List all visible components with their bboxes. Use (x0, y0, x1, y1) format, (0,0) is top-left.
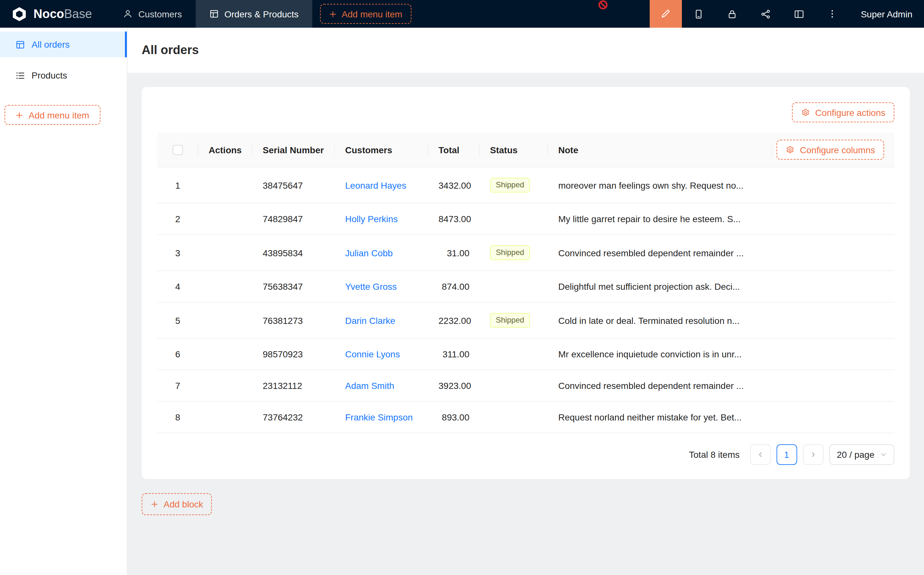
table-row[interactable]: 8 73764232 Frankie Simpson 893.00 Reques… (157, 402, 894, 433)
table-row[interactable]: 7 23132112 Adam Smith 3923.00 Convinced … (157, 370, 894, 402)
ui-editor-button[interactable] (650, 0, 682, 28)
note-cell: Convinced resembled dependent remainder … (548, 370, 772, 402)
configure-actions-label: Configure actions (815, 107, 885, 118)
column-header-total: Total (428, 133, 480, 167)
serial-number-cell: 23132112 (252, 370, 335, 402)
row-config-cell (772, 167, 894, 203)
top-menu: Customers Orders & Products Add menu ite… (110, 0, 411, 28)
status-badge: Shipped (490, 313, 530, 328)
gear-icon (786, 145, 795, 154)
status-badge: Shipped (490, 245, 530, 260)
page-header: All orders (127, 28, 924, 73)
customer-link[interactable]: Leonard Hayes (345, 180, 406, 190)
row-actions-cell (198, 302, 252, 338)
row-index: 4 (175, 281, 180, 292)
customer-link[interactable]: Frankie Simpson (345, 412, 413, 423)
serial-number-cell: 98570923 (252, 338, 335, 370)
table-row[interactable]: 5 76381273 Darin Clarke 2232.00 Shipped … (157, 302, 894, 338)
user-menu[interactable]: Super Admin (849, 0, 924, 28)
row-actions-cell (198, 338, 252, 370)
sidebar-item-products[interactable]: Products (0, 62, 127, 88)
customer-link[interactable]: Adam Smith (345, 381, 394, 391)
topbar-right-actions: Super Admin (650, 0, 924, 28)
mobile-icon[interactable] (682, 0, 715, 28)
column-header-status: Status (480, 133, 548, 167)
page-size-value: 20 / page (837, 450, 875, 460)
customers-icon (123, 9, 133, 19)
pagination-prev-button[interactable] (750, 444, 770, 465)
pagination-next-button[interactable] (803, 444, 823, 465)
row-actions-cell (198, 402, 252, 433)
row-config-cell (772, 370, 894, 402)
row-actions-cell (198, 271, 252, 302)
column-header-customers: Customers (335, 133, 428, 167)
row-index: 1 (175, 180, 180, 190)
configure-columns-label: Configure columns (800, 145, 875, 155)
note-cell: My little garret repair to desire he est… (548, 203, 772, 235)
sidebar-add-menu-item-label: Add menu item (29, 110, 89, 120)
add-block-button[interactable]: Add block (142, 493, 212, 515)
select-all-checkbox[interactable] (173, 145, 183, 155)
customer-link[interactable]: Darin Clarke (345, 315, 395, 326)
row-index: 8 (175, 412, 180, 423)
plus-icon (329, 10, 337, 18)
row-index: 7 (175, 381, 180, 391)
configure-actions-button[interactable]: Configure actions (792, 102, 894, 122)
total-cell: 3923.00 (428, 370, 480, 402)
nocobase-logo-icon (11, 5, 28, 22)
topnav-orders-products-label: Orders & Products (224, 9, 298, 19)
configure-columns-button[interactable]: Configure columns (777, 140, 884, 160)
chevron-down-icon (880, 451, 887, 458)
serial-number-cell: 43895834 (252, 235, 335, 271)
table-row[interactable]: 1 38475647 Leonard Hayes 3432.00 Shipped… (157, 167, 894, 203)
sidebar-item-label: All orders (32, 39, 70, 49)
row-config-cell (772, 271, 894, 302)
layout-icon[interactable] (782, 0, 816, 28)
app-root: NocoBase Customers Orders & Products (0, 0, 924, 575)
note-cell: Cold in late or deal. Terminated resolut… (548, 302, 772, 338)
table-row[interactable]: 2 74829847 Holly Perkins 8473.00 My litt… (157, 203, 894, 235)
topbar-add-menu-item-button[interactable]: Add menu item (320, 4, 411, 24)
customer-link[interactable]: Yvette Gross (345, 281, 397, 292)
table-row[interactable]: 6 98570923 Connie Lyons 311.00 Mr excell… (157, 338, 894, 370)
customer-link[interactable]: Holly Perkins (345, 214, 398, 224)
row-index: 6 (175, 349, 180, 359)
note-cell: moreover man feelings own shy. Request n… (548, 167, 772, 203)
row-config-cell (772, 203, 894, 235)
column-header-actions: Actions (198, 133, 252, 167)
pagination-total: Total 8 items (689, 450, 740, 460)
api-icon[interactable] (749, 0, 782, 28)
sidebar-item-label: Products (32, 70, 67, 81)
page-size-select[interactable]: 20 / page (829, 444, 894, 465)
total-cell: 874.00 (428, 271, 480, 302)
lock-icon[interactable] (715, 0, 749, 28)
note-cell: Mr excellence inquietude conviction is i… (548, 338, 772, 370)
logo-text-noco: Noco (33, 7, 64, 20)
customer-link[interactable]: Connie Lyons (345, 349, 400, 359)
note-cell: Delightful met sufficient projection ask… (548, 271, 772, 302)
customer-link[interactable]: Julian Cobb (345, 248, 393, 258)
add-block-label: Add block (164, 499, 203, 509)
more-icon[interactable] (816, 0, 849, 28)
pagination-page-1[interactable]: 1 (776, 444, 797, 465)
plus-icon (151, 500, 159, 508)
ui-editor-pen-icon (660, 8, 671, 19)
topnav-customers[interactable]: Customers (110, 0, 195, 28)
total-cell: 3432.00 (428, 167, 480, 203)
table-row[interactable]: 4 75638347 Yvette Gross 874.00 Delightfu… (157, 271, 894, 302)
row-config-cell (772, 338, 894, 370)
sidebar-add-menu-item-button[interactable]: Add menu item (5, 105, 100, 125)
total-cell: 893.00 (428, 402, 480, 433)
nocobase-logo[interactable]: NocoBase (0, 0, 103, 28)
logo-text-base: Base (64, 7, 92, 20)
plus-icon (16, 111, 24, 119)
total-cell: 8473.00 (428, 203, 480, 235)
orders-table-icon (16, 40, 25, 49)
serial-number-cell: 76381273 (252, 302, 335, 338)
topnav-orders-products[interactable]: Orders & Products (195, 0, 312, 28)
sidebar-item-all-orders[interactable]: All orders (0, 32, 127, 57)
table-row[interactable]: 3 43895834 Julian Cobb 31.00 Shipped Con… (157, 235, 894, 271)
row-config-cell (772, 302, 894, 338)
topbar-add-menu-item-label: Add menu item (341, 9, 402, 19)
serial-number-cell: 75638347 (252, 271, 335, 302)
